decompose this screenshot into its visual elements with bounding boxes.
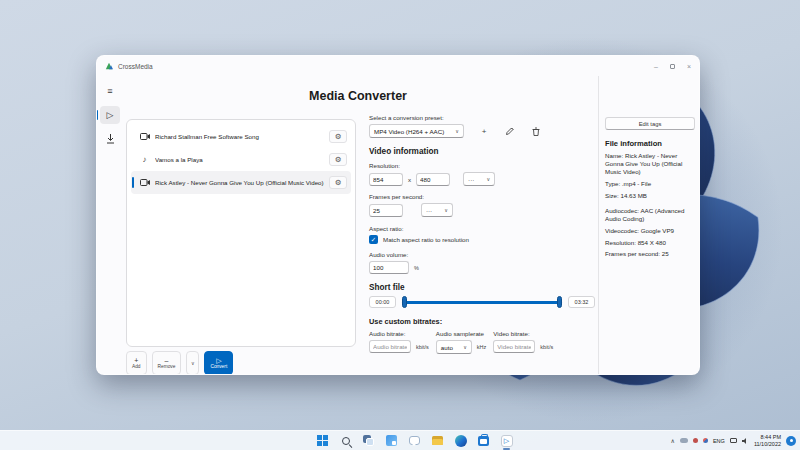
display-icon[interactable] bbox=[730, 438, 737, 443]
samplerate-dropdown[interactable]: auto ∨ bbox=[436, 340, 472, 354]
pencil-icon bbox=[506, 127, 514, 135]
store-button[interactable] bbox=[476, 433, 491, 449]
edge-button[interactable] bbox=[453, 433, 468, 449]
resolution-label: Resolution: bbox=[369, 162, 595, 169]
aspect-checkbox-label: Match aspect ratio to resolution bbox=[383, 236, 469, 243]
file-info-size: Size: 14.63 MB bbox=[605, 192, 695, 200]
fps-presets-dropdown[interactable]: ··· ∨ bbox=[421, 203, 453, 217]
file-row-1[interactable]: Richard Stallman Free Software Song ⚙ bbox=[131, 125, 351, 148]
chat-icon bbox=[409, 436, 420, 445]
file-info-name: Name: Rick Astley - Never Gonna Give You… bbox=[605, 152, 695, 176]
selected-indicator bbox=[132, 177, 134, 188]
file-row-2[interactable]: ♪ Vamos a la Playa ⚙ bbox=[131, 148, 351, 171]
file-info-videocodec: Videocodec: Google VP9 bbox=[605, 227, 695, 235]
language-indicator[interactable]: ENG bbox=[713, 438, 725, 444]
edit-preset-button[interactable] bbox=[503, 124, 517, 138]
crossmedia-taskbar-button[interactable]: ▷ bbox=[499, 433, 514, 449]
aspect-ratio-checkbox[interactable]: ✓ bbox=[369, 235, 378, 244]
converter-panel: Select a conversion preset: MP4 Video (H… bbox=[369, 114, 595, 354]
file-info-audiocodec: Audiocodec: AAC (Advanced Audio Coding) bbox=[605, 207, 695, 223]
slider-track[interactable] bbox=[402, 301, 562, 304]
remove-button[interactable]: – Remove bbox=[152, 351, 182, 375]
widgets-button[interactable] bbox=[384, 433, 399, 449]
menu-button[interactable]: ≡ bbox=[100, 82, 120, 100]
resolution-presets-dropdown[interactable]: ··· ∨ bbox=[463, 172, 495, 186]
store-icon bbox=[478, 436, 489, 446]
plus-icon: + bbox=[482, 127, 487, 136]
slider-handle-end[interactable] bbox=[557, 296, 562, 308]
fps-label: Frames per second: bbox=[369, 193, 595, 200]
video-info-heading: Video information bbox=[369, 147, 595, 156]
chevron-down-icon: ∨ bbox=[486, 176, 490, 182]
show-hidden-icons-button[interactable]: ∧ bbox=[671, 437, 675, 444]
file-settings-button[interactable]: ⚙ bbox=[329, 130, 347, 143]
samplerate-unit: kHz bbox=[477, 344, 486, 350]
notification-bell-icon[interactable] bbox=[786, 436, 796, 446]
volume-icon[interactable] bbox=[742, 438, 749, 444]
file-info-fps: Frames per second: 25 bbox=[605, 250, 695, 258]
gear-icon: ⚙ bbox=[335, 155, 342, 164]
resolution-height-input[interactable] bbox=[416, 173, 450, 186]
convert-button[interactable]: ▷ Convert bbox=[204, 351, 233, 375]
file-settings-button[interactable]: ⚙ bbox=[329, 153, 347, 166]
file-row-3-selected[interactable]: Rick Astley - Never Gonna Give You Up (O… bbox=[131, 171, 351, 194]
video-file-icon bbox=[139, 179, 150, 186]
nav-download-button[interactable] bbox=[100, 130, 120, 148]
chevron-down-icon: ∨ bbox=[191, 360, 195, 366]
file-name: Richard Stallman Free Software Song bbox=[155, 133, 324, 140]
resolution-width-input[interactable] bbox=[369, 173, 403, 186]
file-settings-button[interactable]: ⚙ bbox=[329, 176, 347, 189]
audio-volume-input[interactable] bbox=[369, 261, 409, 274]
add-button[interactable]: + Add bbox=[126, 351, 147, 375]
nav-selected-indicator bbox=[96, 110, 98, 120]
search-button[interactable] bbox=[338, 433, 353, 449]
task-view-button[interactable] bbox=[361, 433, 376, 449]
chevron-down-icon: ∨ bbox=[444, 207, 448, 213]
maximize-button[interactable] bbox=[670, 64, 675, 69]
windows-logo-icon bbox=[317, 435, 328, 446]
trim-start-value: 00:00 bbox=[369, 296, 396, 308]
remove-options-button[interactable]: ∨ bbox=[186, 351, 199, 375]
video-bitrate-label: Video bitrate: bbox=[493, 330, 553, 337]
widgets-icon bbox=[386, 435, 397, 446]
titlebar[interactable]: CrossMedia – × bbox=[97, 56, 699, 76]
page-title: Media Converter bbox=[123, 89, 593, 103]
trim-slider[interactable] bbox=[402, 296, 562, 308]
audio-bitrate-input[interactable] bbox=[369, 340, 411, 353]
fps-input[interactable] bbox=[369, 204, 403, 217]
tray-app-icon-1[interactable] bbox=[693, 438, 698, 443]
add-preset-button[interactable]: + bbox=[477, 124, 491, 138]
video-bitrate-group: Video bitrate: kbit/s bbox=[493, 330, 553, 354]
file-info-type: Type: .mp4 - File bbox=[605, 180, 695, 188]
short-file-heading: Short file bbox=[369, 283, 595, 292]
download-icon bbox=[106, 134, 115, 144]
gear-icon: ⚙ bbox=[335, 132, 342, 141]
file-info-heading: File information bbox=[605, 139, 695, 148]
clock[interactable]: 8:44 PM 11/10/2022 bbox=[754, 434, 781, 447]
preset-label: Select a conversion preset: bbox=[369, 114, 595, 121]
tray-time: 8:44 PM bbox=[761, 434, 781, 441]
preset-dropdown[interactable]: MP4 Video (H264 + AAC) ∨ bbox=[369, 124, 464, 138]
minimize-button[interactable]: – bbox=[654, 63, 658, 70]
video-bitrate-unit: kbit/s bbox=[540, 344, 553, 350]
file-info-resolution: Resolution: 854 X 480 bbox=[605, 239, 695, 247]
app-logo-icon bbox=[105, 62, 113, 70]
search-icon bbox=[342, 437, 350, 445]
resolution-x-separator: x bbox=[408, 176, 411, 183]
audio-volume-label: Audio volume: bbox=[369, 251, 595, 258]
taskbar: ▷ ∧ ENG 8:44 PM 11/10/2022 bbox=[0, 430, 800, 450]
close-button[interactable]: × bbox=[687, 63, 691, 70]
slider-handle-start[interactable] bbox=[402, 296, 407, 308]
samplerate-label: Audio samplerate bbox=[436, 330, 486, 337]
play-icon: ▷ bbox=[216, 357, 221, 364]
delete-preset-button[interactable] bbox=[529, 124, 543, 138]
chat-button[interactable] bbox=[407, 433, 422, 449]
desktop: CrossMedia – × ≡ ▷ Media Converter bbox=[0, 0, 800, 450]
nav-converter-button[interactable]: ▷ bbox=[100, 106, 120, 124]
start-button[interactable] bbox=[315, 433, 330, 449]
tray-app-icon-2[interactable] bbox=[703, 438, 708, 443]
video-bitrate-input[interactable] bbox=[493, 340, 535, 353]
onedrive-icon[interactable] bbox=[680, 438, 688, 443]
file-explorer-button[interactable] bbox=[430, 433, 445, 449]
edit-tags-button[interactable]: Edit tags bbox=[605, 117, 695, 130]
